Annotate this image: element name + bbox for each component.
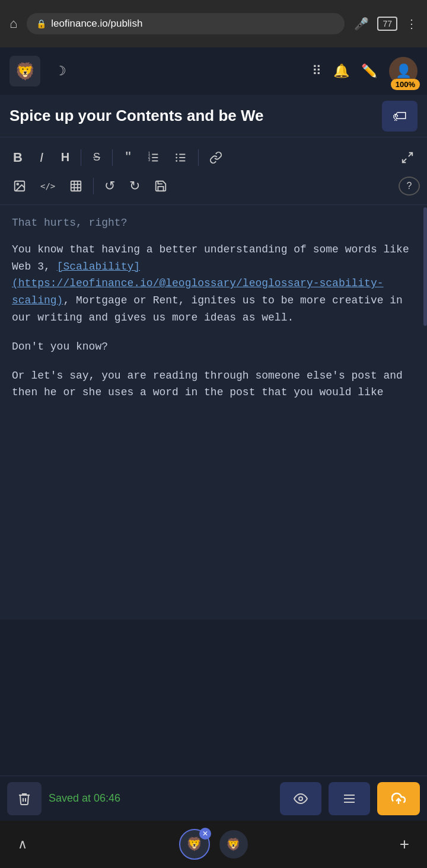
editor-content[interactable]: That hurts, right? You know that having … [0,205,427,620]
secondary-nav-logo[interactable]: 🦁 [219,830,248,859]
editor-toolbar: B I H S " 1 2 3 [0,137,427,205]
more-options-icon[interactable]: ⋮ [406,17,418,31]
scroll-indicator[interactable] [423,207,427,326]
bold-button[interactable]: B [7,146,28,169]
browser-actions: 🎤 77 ⋮ [354,17,418,31]
post-title[interactable]: Spice up your Contents and be We [9,107,375,125]
browser-chrome: ⌂ 🔒 leofinance.io/publish 🎤 77 ⋮ [0,0,427,47]
app-logo[interactable]: 🦁 [9,56,40,87]
home-icon[interactable]: ⌂ [9,16,17,31]
image-button[interactable] [7,176,32,196]
svg-point-10 [176,156,177,158]
svg-line-13 [403,158,406,162]
code-button[interactable]: </> [34,178,61,194]
active-nav-logo[interactable]: 🦁 ✕ [179,829,210,860]
saved-status: Saved at 06:46 [49,792,273,805]
tag-icon: 🏷 [393,108,407,124]
unordered-list-button[interactable] [168,148,193,168]
separator-1 [81,149,81,166]
strikethrough-button[interactable]: S [86,148,107,167]
nav-logos: 🦁 ✕ 🦁 [179,829,248,860]
url-bar[interactable]: 🔒 leofinance.io/publish [27,13,345,34]
separator-4 [93,178,94,194]
scalability-link[interactable]: [Scalability](https://leofinance.io/@leo… [12,261,384,307]
redo-button[interactable]: ↻ [123,175,146,197]
svg-point-15 [17,183,18,185]
bottom-toolbar: Saved at 06:46 [0,776,427,821]
quote-button[interactable]: " [117,145,139,170]
dark-mode-icon[interactable]: ☽ [55,63,66,79]
undo-button[interactable]: ↺ [98,175,121,197]
title-bar: Spice up your Contents and be We 🏷 [0,95,427,137]
faded-paragraph: That hurts, right? [12,214,415,232]
microphone-icon[interactable]: 🎤 [354,17,369,31]
svg-rect-16 [71,181,81,191]
progress-badge: 100% [391,79,420,90]
italic-button[interactable]: I [31,146,52,169]
separator-3 [198,149,199,166]
pencil-icon[interactable]: ✏️ [361,63,377,79]
help-button[interactable]: ? [399,177,420,196]
nav-close-badge[interactable]: ✕ [199,828,211,840]
nav-lion-icon-2: 🦁 [226,837,241,851]
svg-point-9 [176,153,177,155]
svg-point-11 [176,160,177,162]
toc-button[interactable] [329,782,370,815]
grid-icon[interactable]: ⠿ [312,63,321,79]
separator-2 [112,149,113,166]
toolbar-row-1: B I H S " 1 2 3 [7,142,420,172]
nav-up-icon[interactable]: ∧ [18,837,27,852]
svg-line-12 [409,152,412,156]
toolbar-row-2: </> ↺ ↻ ? [7,172,420,200]
url-text: leofinance.io/publish [51,18,142,30]
paragraph-2: Don't you know? [12,338,415,355]
app-header: 🦁 ☽ ⠿ 🔔 ✏️ 👤 100% [0,47,427,95]
publish-button[interactable] [377,782,420,815]
fullscreen-button[interactable] [395,148,420,168]
mobile-nav-bar: ∧ 🦁 ✕ 🦁 + [0,821,427,868]
nav-plus-icon[interactable]: + [400,835,409,854]
lock-icon: 🔒 [36,19,46,28]
save-button[interactable] [148,176,173,196]
header-icons: ⠿ 🔔 ✏️ 👤 100% [312,57,418,85]
heading-button[interactable]: H [55,147,76,168]
nav-lion-icon-1: 🦁 [186,837,202,852]
paragraph-3: Or let's say, you are reading through so… [12,367,415,402]
paragraph-1: You know that having a better understand… [12,241,415,326]
table-button[interactable] [63,176,88,196]
ordered-list-button[interactable]: 1 2 3 [141,148,166,168]
tab-count[interactable]: 77 [377,17,397,31]
lion-icon: 🦁 [15,62,36,81]
tags-button[interactable]: 🏷 [382,101,418,132]
preview-button[interactable] [280,782,321,815]
delete-button[interactable] [7,782,42,815]
svg-text:3: 3 [148,158,151,162]
svg-point-21 [299,797,302,800]
link-button[interactable] [203,148,228,168]
bell-icon[interactable]: 🔔 [333,63,349,79]
avatar-container[interactable]: 👤 100% [389,57,418,85]
